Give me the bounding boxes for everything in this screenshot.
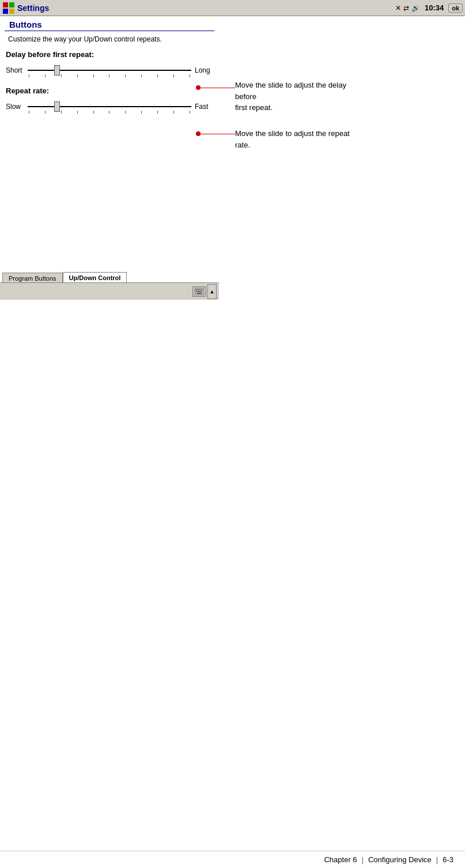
svg-rect-1 [9, 2, 14, 7]
keyboard-icon[interactable] [192, 286, 206, 297]
repeat-track [28, 106, 191, 107]
svg-rect-12 [201, 291, 202, 292]
delay-short-label: Short [6, 66, 24, 74]
repeat-slider-row: Slow Fast [0, 99, 219, 115]
status-bar-title: Settings [17, 3, 395, 13]
footer-page-num: 6-3 [443, 855, 453, 864]
repeat-callout-dot [196, 131, 201, 136]
close-icon: ✕ [395, 4, 401, 12]
bottom-toolbar: ▲ [0, 282, 219, 300]
footer-title: Configuring Device [368, 855, 432, 864]
footer: Chapter 6 | Configuring Device | 6-3 [0, 851, 465, 868]
footer-page-sep: | [436, 855, 438, 864]
svg-rect-11 [199, 291, 201, 292]
windows-logo-icon [2, 2, 15, 14]
volume-icon: 🔊 [411, 4, 420, 12]
repeat-slider[interactable] [28, 99, 191, 115]
status-bar-icons: ✕ ⇄ 🔊 10:34 ok [395, 3, 463, 13]
delay-callout-line [201, 88, 235, 88]
svg-rect-9 [196, 291, 197, 292]
svg-rect-10 [198, 291, 199, 292]
delay-section-label: Delay before first repeat: [0, 50, 219, 59]
delay-callout-dot [196, 85, 201, 90]
footer-chapter: Chapter 6 [324, 855, 357, 864]
delay-ticks [28, 74, 191, 77]
svg-rect-2 [3, 9, 8, 14]
tab-updown-control[interactable]: Up/Down Control [63, 272, 127, 284]
repeat-callout-line [201, 134, 235, 134]
repeat-slow-label: Slow [6, 103, 24, 111]
repeat-fast-label: Fast [195, 103, 213, 111]
repeat-ticks [28, 111, 191, 114]
tab-bar: Program Buttons Up/Down Control [0, 272, 219, 284]
svg-rect-6 [198, 289, 199, 290]
ok-button[interactable]: ok [448, 3, 463, 13]
delay-long-label: Long [195, 66, 213, 74]
svg-rect-13 [197, 293, 202, 294]
status-bar: Settings ✕ ⇄ 🔊 10:34 ok [0, 0, 465, 16]
svg-rect-7 [199, 289, 201, 290]
section-title: Buttons [5, 16, 214, 31]
delay-slider-row: Short Long [0, 62, 219, 78]
svg-rect-0 [3, 2, 8, 7]
scroll-up-button[interactable]: ▲ [207, 284, 217, 299]
delay-slider[interactable] [28, 62, 191, 78]
footer-separator: | [362, 855, 364, 864]
repeat-section-label: Repeat rate: [0, 86, 219, 95]
repeat-callout-text: Move the slide to adjust the repeat rate… [235, 128, 362, 150]
device-screen: Buttons Customize the way your Up/Down c… [0, 16, 219, 300]
delay-callout-text: Move the slide to adjust the delay befor… [235, 80, 362, 114]
svg-rect-3 [9, 9, 14, 14]
sync-icon: ⇄ [403, 4, 409, 12]
delay-track [28, 70, 191, 71]
svg-rect-5 [196, 289, 197, 290]
svg-rect-8 [201, 289, 202, 290]
status-bar-time: 10:34 [425, 3, 444, 12]
description-text: Customize the way your Up/Down control r… [0, 35, 219, 44]
